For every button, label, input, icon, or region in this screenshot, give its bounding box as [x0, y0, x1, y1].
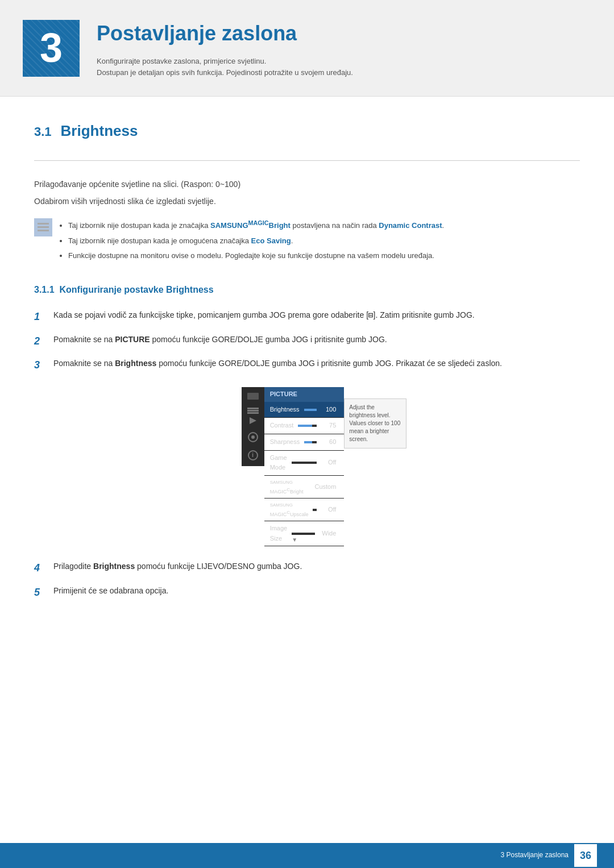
monitor-screenshot: i PICTURE Brightness 100 Contrast [68, 387, 580, 546]
step-5: 5 Primijenit će se odabrana opcija. [34, 584, 580, 601]
chapter-number: 3 [23, 20, 80, 77]
page-footer: 3 Postavljanje zaslona 36 [0, 843, 614, 868]
divider [34, 160, 580, 161]
sharpness-bar [304, 441, 317, 443]
section-desc1: Prilagođavanje općenite svjetline na sli… [34, 178, 580, 190]
note-list: Taj izbornik nije dostupan kada je znača… [58, 218, 444, 266]
note-item-3: Funkcije dostupne na monitoru ovise o mo… [68, 250, 444, 262]
monitor-container: i PICTURE Brightness 100 Contrast [242, 387, 407, 546]
monitor-sidebar: i [242, 387, 264, 466]
footer-page: 36 [574, 844, 597, 867]
monitor-row-brightness: Brightness 100 [264, 402, 345, 418]
main-content: 3.1 Brightness Prilagođavanje općenite s… [0, 119, 614, 658]
svg-rect-2 [38, 230, 49, 231]
brightness-bar [304, 409, 317, 411]
subsection-311-heading: 3.1.1 Konfiguriranje postavke Brightness [34, 283, 580, 300]
section-desc2: Odabirom viših vrijednosti slika će izgl… [34, 195, 580, 207]
note-item-2: Taj izbornik nije dostupan kada je omogu… [68, 235, 444, 247]
chapter-title: Postavljanje zaslona [97, 17, 353, 50]
sidebar-icon-3 [250, 417, 256, 424]
brand-bright: SAMSUNGMAGICBright [210, 221, 291, 230]
note-item-1: Taj izbornik nije dostupan kada je znača… [68, 218, 444, 232]
monitor-tooltip: Adjust the brightness level. Values clos… [344, 398, 406, 448]
note-icon [34, 218, 52, 236]
monitor-row-magicupscale: SAMSUNGMAGICCUpscale Off [264, 499, 345, 521]
note-box: Taj izbornik nije dostupan kada je znača… [34, 218, 580, 266]
footer-text: 3 Postavljanje zaslona [501, 850, 569, 861]
eco-saving-link: Eco Saving [251, 236, 291, 245]
section-31-heading: 3.1 Brightness [34, 119, 580, 143]
monitor-row-contrast: Contrast 75 [264, 418, 345, 434]
chapter-title-block: Postavljanje zaslona Konfigurirajte post… [97, 17, 353, 79]
sidebar-icon-1 [247, 393, 259, 400]
monitor-row-sharpness: Sharpness 60 [264, 434, 345, 451]
sidebar-icon-gear [248, 432, 258, 442]
svg-rect-1 [38, 226, 49, 228]
step-4: 4 Prilagodite Brightness pomoću funkcije… [34, 560, 580, 576]
step-3: 3 Pomaknite se na Brightness pomoću funk… [34, 357, 580, 373]
chapter-desc2: Dostupan je detaljan opis svih funkcija.… [97, 67, 353, 79]
step-2: 2 Pomaknite se na PICTURE pomoću funkcij… [34, 333, 580, 350]
svg-rect-0 [38, 223, 49, 225]
monitor-row-imagesize: Image Size ▼ Wide [264, 521, 345, 546]
monitor-row-gamemode: Game Mode Off [264, 451, 345, 476]
sidebar-icon-info: i [248, 450, 258, 460]
chapter-desc1: Konfigurirajte postavke zaslona, primjer… [97, 56, 353, 68]
chapter-header: 3 Postavljanje zaslona Konfigurirajte po… [0, 0, 614, 97]
steps-list: 1 Kada se pojavi vodič za funkcijske tip… [34, 309, 580, 373]
sidebar-icon-2 [247, 408, 259, 409]
contrast-bar [298, 425, 317, 427]
steps-list-2: 4 Prilagodite Brightness pomoću funkcije… [34, 560, 580, 601]
monitor-title: PICTURE [264, 387, 345, 402]
dynamic-contrast-link: Dynamic Contrast [379, 221, 442, 230]
monitor-row-magicbright: SAMSUNGMAGICCBright Custom [264, 476, 345, 499]
section-31-title: Brightness [61, 119, 138, 143]
step-1: 1 Kada se pojavi vodič za funkcijske tip… [34, 309, 580, 325]
section-31-num: 3.1 [34, 122, 52, 142]
monitor-menu: PICTURE Brightness 100 Contrast 75 [264, 387, 345, 546]
